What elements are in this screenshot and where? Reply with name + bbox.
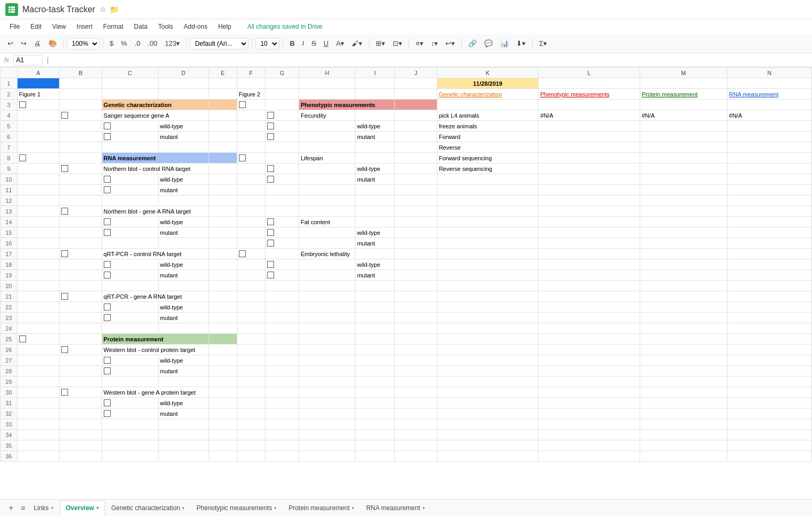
cell-f25[interactable] [237,334,265,345]
cell-c7[interactable] [102,142,158,153]
cell-k21[interactable] [437,291,538,302]
menu-file[interactable]: File [5,21,24,32]
cell-l7[interactable] [538,142,640,153]
cell-k6[interactable]: Forward [437,132,538,142]
cell-k18[interactable] [437,259,538,270]
cell-c6[interactable] [102,132,158,142]
cell-m20[interactable] [640,281,727,291]
cell-k9[interactable]: Reverse sequencing [437,163,538,174]
cell-f14[interactable] [237,217,265,227]
cell-b14[interactable] [60,217,102,227]
cell-m14[interactable] [640,217,727,227]
paint-format-button[interactable]: 🎨 [45,37,60,50]
cell-i32[interactable] [355,408,395,419]
cell-k22[interactable] [437,302,538,313]
cell-g20[interactable] [265,281,299,291]
cell-j15[interactable] [395,227,437,238]
cell-b23[interactable] [60,313,102,323]
tab-phenotypic[interactable]: Phenotypic measurements ▾ [191,501,282,515]
cell-g1[interactable] [265,78,299,89]
checkbox-g14[interactable] [267,218,274,225]
tab-links[interactable]: Links ▾ [29,501,59,515]
cell-i19[interactable]: mutant [355,270,395,281]
cell-h17[interactable]: Embryonic lethality [299,249,355,259]
cell-h15[interactable] [299,227,355,238]
cell-l8[interactable] [538,153,640,163]
cell-n4[interactable]: #N/A [727,110,812,121]
cell-a3[interactable] [17,100,59,110]
col-header-n[interactable]: N [727,68,812,78]
cell-k26[interactable] [437,345,538,355]
cell-n11[interactable] [727,185,812,195]
cell-l15[interactable] [538,227,640,238]
cell-a20[interactable] [17,281,59,291]
cell-j6[interactable] [395,132,437,142]
cell-l18[interactable] [538,259,640,270]
menu-format[interactable]: Format [99,21,128,32]
cell-h18[interactable] [299,259,355,270]
cell-k23[interactable] [437,313,538,323]
cell-e21[interactable] [209,291,237,302]
checkbox-a3[interactable] [19,101,26,108]
cell-k10[interactable] [437,174,538,185]
cell-l30[interactable] [538,387,640,398]
cell-c20[interactable] [102,281,158,291]
cell-g11[interactable] [265,185,299,195]
cell-e25[interactable] [209,334,237,345]
cell-j21[interactable] [395,291,437,302]
formula-button[interactable]: Σ▾ [536,37,550,50]
redo-button[interactable]: ↪ [18,37,30,50]
cell-a2[interactable]: Figure 1 [17,89,59,100]
cell-d1[interactable] [158,78,209,89]
cell-l4[interactable]: #N/A [538,110,640,121]
tab-protein[interactable]: Protein measurement ▾ [283,501,360,515]
format123-button[interactable]: 123▾ [162,37,184,50]
cell-a15[interactable] [17,227,59,238]
cell-l26[interactable] [538,345,640,355]
cell-n14[interactable] [727,217,812,227]
cell-j24[interactable] [395,323,437,334]
cell-k27[interactable] [437,355,538,366]
cell-f22[interactable] [237,302,265,313]
cell-k15[interactable] [437,227,538,238]
cell-l5[interactable] [538,121,640,132]
cell-n15[interactable] [727,227,812,238]
cell-n9[interactable] [727,163,812,174]
cell-a1[interactable] [17,78,59,89]
cell-b24[interactable] [60,323,102,334]
cell-m5[interactable] [640,121,727,132]
cell-j27[interactable] [395,355,437,366]
cell-f26[interactable] [237,345,265,355]
cell-h31[interactable] [299,398,355,408]
cell-a12[interactable] [17,195,59,206]
cell-m2[interactable]: Protein measurement [640,89,727,100]
cell-c18[interactable] [102,259,158,270]
cell-g10[interactable] [265,174,299,185]
cell-i28[interactable] [355,366,395,376]
col-header-c[interactable]: C [102,68,158,78]
cell-f30[interactable] [237,387,265,398]
cell-l9[interactable] [538,163,640,174]
cell-a23[interactable] [17,313,59,323]
cell-i21[interactable] [355,291,395,302]
cell-a29[interactable] [17,376,59,387]
cell-c8[interactable]: RNA measurement [102,153,209,163]
cell-k24[interactable] [437,323,538,334]
cell-h14[interactable]: Fat content [299,217,355,227]
col-header-l[interactable]: L [538,68,640,78]
cell-m22[interactable] [640,302,727,313]
cell-d22[interactable]: wild-type [158,302,209,313]
link-button[interactable]: 🔗 [465,37,480,50]
cell-f6[interactable] [237,132,265,142]
cell-l3[interactable] [538,100,640,110]
cell-i20[interactable] [355,281,395,291]
cell-b7[interactable] [60,142,102,153]
checkbox-g19[interactable] [267,272,274,279]
cell-a24[interactable] [17,323,59,334]
cell-l6[interactable] [538,132,640,142]
cell-l22[interactable] [538,302,640,313]
cell-b27[interactable] [60,355,102,366]
cell-l11[interactable] [538,185,640,195]
cell-h2[interactable] [299,89,355,100]
cell-i15[interactable]: wild-type [355,227,395,238]
